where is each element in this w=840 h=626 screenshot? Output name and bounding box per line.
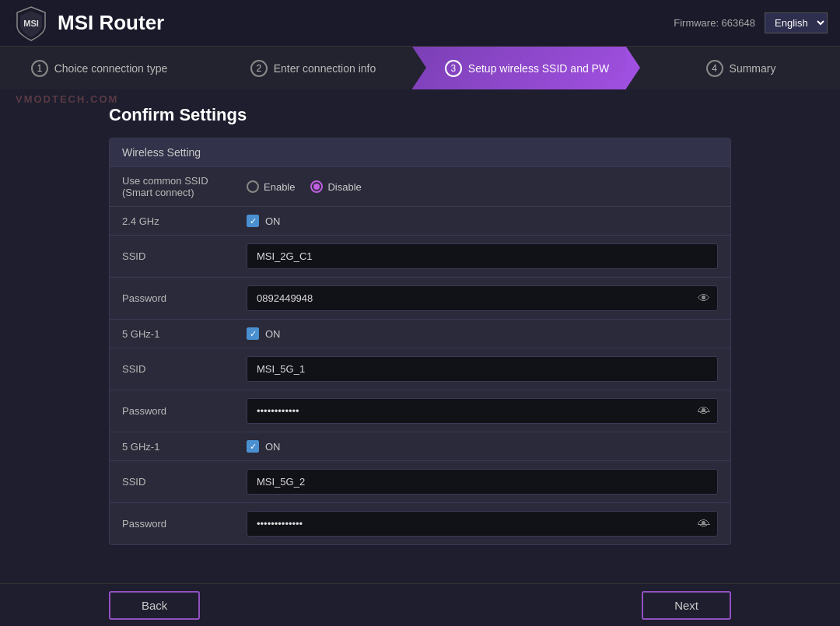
band-24-ssid-row: SSID [110, 236, 730, 278]
step-4-summary[interactable]: 4 Summary [626, 47, 840, 89]
disable-radio[interactable]: Disable [310, 180, 361, 193]
band-5-1-checkbox-wrap[interactable]: ✓ ON [247, 327, 281, 340]
wireless-setting-header: Wireless Setting [110, 138, 730, 167]
disable-label: Disable [327, 181, 361, 193]
main-content: Confirm Settings Wireless Setting Use co… [0, 89, 840, 561]
step-2-label: Enter connection info [274, 62, 376, 75]
band-5-1-eye-icon[interactable]: 👁 [698, 404, 710, 418]
svg-text:MSI: MSI [23, 19, 39, 28]
step-1-number: 1 [31, 60, 48, 77]
band-24-ssid-label: SSID [122, 250, 247, 262]
wireless-settings-panel: Wireless Setting Use common SSID(Smart c… [109, 138, 731, 545]
band-24-on-label: ON [265, 215, 281, 227]
band-5-1-checkbox[interactable]: ✓ [247, 327, 259, 340]
step-4-label: Summary [730, 62, 776, 75]
band-5-1-password-control: 👁 [247, 398, 718, 424]
enable-label: Enable [264, 181, 295, 193]
band-24-password-row: Password 👁 [110, 278, 730, 320]
band-5-2-eye-icon[interactable]: 👁 [698, 517, 710, 531]
band-24-ssid-wrap [247, 243, 718, 269]
band-5-1-password-row: Password 👁 [110, 390, 730, 432]
band-24-password-label: Password [122, 292, 247, 304]
step-3-label: Setup wireless SSID and PW [468, 62, 609, 75]
band-5-2-ssid-wrap [247, 469, 718, 495]
language-select[interactable]: English 中文 [765, 12, 828, 33]
band-5-2-password-row: Password 👁 [110, 503, 730, 544]
band-5-2-ssid-control [247, 469, 718, 495]
band-24-ssid-control [247, 243, 718, 269]
next-button[interactable]: Next [642, 591, 731, 620]
band-24-eye-icon[interactable]: 👁 [698, 292, 710, 306]
back-button[interactable]: Back [109, 591, 200, 620]
band-24-control: ✓ ON [247, 215, 718, 227]
band-5-1-ssid-control [247, 356, 718, 382]
footer: Back Next [0, 583, 840, 626]
msi-logo-icon: MSI [12, 5, 50, 42]
disable-radio-circle [310, 180, 323, 193]
common-ssid-control: Enable Disable [247, 180, 718, 193]
band-24-password-wrap: 👁 [247, 285, 718, 311]
band-5-2-password-wrap: 👁 [247, 511, 718, 537]
app-header: MSI MSI Router Firmware: 663648 English … [0, 0, 840, 47]
band-5-2-checkbox[interactable]: ✓ [247, 440, 259, 453]
step-2-enter-connection[interactable]: 2 Enter connection info [198, 47, 412, 89]
enable-radio-circle [247, 180, 259, 193]
band-5-2-password-label: Password [122, 518, 247, 530]
band-24-password-input[interactable] [247, 285, 718, 311]
band-5-1-ssid-row: SSID [110, 348, 730, 390]
band-5-2-ssid-input[interactable] [247, 469, 718, 495]
logo-area: MSI MSI Router [12, 5, 164, 42]
step-1-label: Choice connection type [54, 62, 168, 75]
band-5-1-password-label: Password [122, 405, 247, 417]
band-5-1-ssid-wrap [247, 356, 718, 382]
step-1-choice-connection[interactable]: 1 Choice connection type [0, 47, 198, 89]
band-5-1-password-input[interactable] [247, 398, 718, 424]
band-5-1-password-wrap: 👁 [247, 398, 718, 424]
band-5-2-control: ✓ ON [247, 440, 718, 453]
common-ssid-row: Use common SSID(Smart connect) Enable Di… [110, 167, 730, 207]
steps-bar: 1 Choice connection type 2 Enter connect… [0, 47, 840, 89]
band-5-2-password-control: 👁 [247, 511, 718, 537]
band-5-2-checkbox-wrap[interactable]: ✓ ON [247, 440, 281, 453]
band-5-1-on-label: ON [265, 328, 281, 340]
enable-radio[interactable]: Enable [247, 180, 295, 193]
band-5-2-label: 5 GHz-1 [122, 441, 247, 453]
band-5-1-ssid-label: SSID [122, 363, 247, 375]
step-3-setup-wireless[interactable]: 3 Setup wireless SSID and PW [412, 47, 626, 89]
step-4-number: 4 [706, 60, 723, 77]
band-5-1-row: 5 GHz-1 ✓ ON [110, 320, 730, 348]
band-5-2-ssid-row: SSID [110, 461, 730, 503]
band-5-1-label: 5 GHz-1 [122, 328, 247, 340]
band-5-2-password-input[interactable] [247, 511, 718, 537]
step-3-number: 3 [445, 60, 462, 77]
page-title: Confirm Settings [109, 105, 731, 125]
band-5-2-on-label: ON [265, 441, 281, 453]
band-24-password-control: 👁 [247, 285, 718, 311]
firmware-label: Firmware: 663648 [674, 17, 755, 29]
band-5-1-ssid-input[interactable] [247, 356, 718, 382]
band-24-row: 2.4 GHz ✓ ON [110, 207, 730, 236]
band-5-2-ssid-label: SSID [122, 476, 247, 488]
common-ssid-label: Use common SSID(Smart connect) [122, 175, 247, 198]
band-5-2-row: 5 GHz-1 ✓ ON [110, 432, 730, 461]
band-24-ssid-input[interactable] [247, 243, 718, 269]
band-24-checkbox[interactable]: ✓ [247, 215, 259, 227]
band-5-1-control: ✓ ON [247, 327, 718, 340]
band-24-label: 2.4 GHz [122, 215, 247, 227]
step-2-number: 2 [250, 60, 268, 77]
app-title: MSI Router [58, 11, 164, 35]
header-right: Firmware: 663648 English 中文 [674, 12, 828, 33]
band-24-checkbox-wrap[interactable]: ✓ ON [247, 215, 281, 227]
